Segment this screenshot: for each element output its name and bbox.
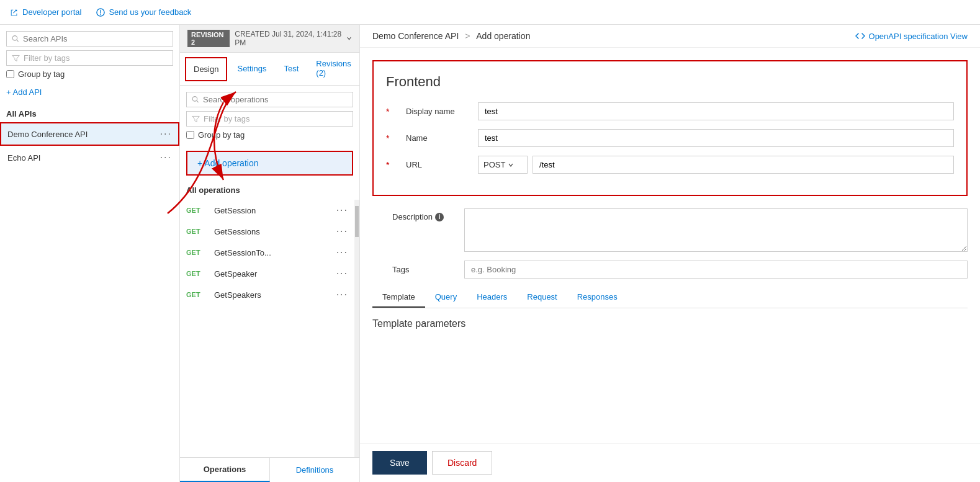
all-apis-label: All APIs <box>0 105 179 122</box>
revision-badge: REVISION 2 <box>187 30 230 47</box>
feedback-icon <box>96 8 105 17</box>
group-by-tag-label: Group by tag <box>18 69 65 79</box>
left-filter-row[interactable]: Filter by tags <box>6 50 173 66</box>
operation-menu-get-sessionto[interactable]: ··· <box>336 247 348 258</box>
save-button[interactable]: Save <box>372 451 427 475</box>
group-by-tag-checkbox[interactable] <box>6 70 14 78</box>
tab-design[interactable]: Design <box>185 57 227 81</box>
operation-get-session[interactable]: GET GetSession ··· <box>180 200 354 221</box>
center-filter-label: Filter by tags <box>204 114 249 123</box>
api-item-menu-echo[interactable]: ··· <box>160 152 172 163</box>
revision-bar: REVISION 2 CREATED Jul 31, 2024, 1:41:28… <box>180 25 359 53</box>
add-api-label: + Add API <box>6 87 42 97</box>
api-item-menu-demo[interactable]: ··· <box>160 128 172 140</box>
api-item-name: Demo Conference API <box>7 130 88 139</box>
external-link-icon <box>10 8 19 17</box>
add-operation-button[interactable]: + Add operation <box>186 151 353 176</box>
center-group-by-tag-checkbox[interactable] <box>186 131 194 139</box>
center-group-by-tag-row: Group by tag <box>186 130 353 140</box>
add-operation-label: + Add operation <box>197 158 258 168</box>
tags-input[interactable] <box>464 261 968 279</box>
scroll-thumb[interactable] <box>355 206 359 237</box>
action-bar: Save Discard <box>360 443 980 482</box>
revision-meta: CREATED Jul 31, 2024, 1:41:28 PM <box>235 30 352 47</box>
api-item-name-echo: Echo API <box>7 153 40 163</box>
operation-name-get-speakers: GetSpeakers <box>214 290 261 300</box>
form-area: Frontend * Display name * Name * URL <box>360 48 980 443</box>
search-apis-input[interactable] <box>23 34 168 43</box>
search-operations-input[interactable] <box>203 95 348 104</box>
template-params-title: Template parameters <box>372 318 968 329</box>
method-badge-get-sessionto: GET <box>186 249 208 256</box>
operation-menu-get-speakers[interactable]: ··· <box>336 289 348 300</box>
sub-tab-template[interactable]: Template <box>372 287 425 308</box>
operation-name-get-sessions: GetSessions <box>214 227 260 236</box>
bottom-tab-definitions[interactable]: Definitions <box>270 458 359 482</box>
display-name-row: * Display name <box>386 102 954 120</box>
svg-point-3 <box>192 97 197 102</box>
center-search-area: Filter by tags Group by tag <box>180 86 359 146</box>
filter-icon <box>12 54 20 62</box>
name-required: * <box>386 133 389 143</box>
search-icon <box>12 35 19 43</box>
tab-test[interactable]: Test <box>276 58 306 81</box>
operations-search-box[interactable] <box>186 92 353 107</box>
sub-tabs: Template Query Headers Request Responses <box>372 287 968 308</box>
operations-list: GET GetSession ··· GET GetSessions ··· G… <box>180 200 354 457</box>
url-path-input[interactable] <box>533 156 954 174</box>
bottom-tab-operations[interactable]: Operations <box>180 458 270 482</box>
breadcrumb-separator: > <box>465 31 472 41</box>
method-chevron-icon <box>508 162 514 168</box>
feedback-link[interactable]: Send us your feedback <box>96 7 191 17</box>
method-select[interactable]: POST <box>478 156 528 174</box>
center-filter-row[interactable]: Filter by tags <box>186 111 353 127</box>
api-item-echo[interactable]: Echo API ··· <box>0 146 179 169</box>
display-name-required: * <box>386 107 389 117</box>
url-row: * URL POST <box>386 156 954 174</box>
method-badge-get-sessions: GET <box>186 228 208 235</box>
chevron-down-icon[interactable] <box>346 35 352 42</box>
operation-get-speakers[interactable]: GET GetSpeakers ··· <box>180 284 354 305</box>
add-api-button[interactable]: + Add API <box>6 85 173 99</box>
description-label: Description i <box>392 208 454 221</box>
svg-line-2 <box>17 40 19 42</box>
operation-get-sessions[interactable]: GET GetSessions ··· <box>180 221 354 242</box>
center-group-by-tag-label: Group by tag <box>198 130 245 140</box>
scroll-bar[interactable] <box>354 200 359 457</box>
operation-menu-get-session[interactable]: ··· <box>336 205 348 216</box>
operation-menu-get-speaker[interactable]: ··· <box>336 268 348 279</box>
tags-label: Tags <box>392 265 454 274</box>
tab-revisions[interactable]: Revisions (2) <box>308 53 358 85</box>
left-sidebar: Filter by tags Group by tag + Add API Al… <box>0 25 180 482</box>
sub-tab-headers[interactable]: Headers <box>467 287 517 308</box>
breadcrumb: Demo Conference API > Add operation <box>372 31 530 41</box>
sub-tab-request[interactable]: Request <box>517 287 567 308</box>
name-input[interactable] <box>478 129 954 147</box>
developer-portal-label: Developer portal <box>22 7 81 17</box>
api-item-demo[interactable]: Demo Conference API ··· <box>0 122 179 146</box>
svg-point-1 <box>12 36 17 41</box>
all-operations-label: All operations <box>180 181 359 200</box>
tab-settings[interactable]: Settings <box>230 58 274 81</box>
operation-name-get-session: GetSession <box>214 206 256 215</box>
description-textarea[interactable] <box>464 208 968 252</box>
operation-get-session-to[interactable]: GET GetSessionTo... ··· <box>180 242 354 263</box>
openapi-link[interactable]: OpenAPI specification View <box>855 31 968 41</box>
description-info-icon: i <box>435 213 444 221</box>
frontend-section: Frontend * Display name * Name * URL <box>372 60 968 196</box>
feedback-label: Send us your feedback <box>109 7 191 17</box>
developer-portal-link[interactable]: Developer portal <box>10 7 81 17</box>
tabs-bar: Design Settings Test Revisions (2) Chang… <box>180 53 359 86</box>
breadcrumb-action: Add operation <box>476 31 530 41</box>
operation-menu-get-sessions[interactable]: ··· <box>336 226 348 237</box>
sub-tab-query[interactable]: Query <box>425 287 467 308</box>
bottom-tabs: Operations Definitions <box>180 457 359 482</box>
discard-button[interactable]: Discard <box>432 451 492 475</box>
method-value: POST <box>483 160 505 169</box>
display-name-input[interactable] <box>478 102 954 120</box>
url-input-group: POST <box>478 156 954 174</box>
left-search-box[interactable] <box>6 31 173 47</box>
operation-get-speaker[interactable]: GET GetSpeaker ··· <box>180 263 354 284</box>
sub-tab-responses[interactable]: Responses <box>567 287 627 308</box>
center-panel: REVISION 2 CREATED Jul 31, 2024, 1:41:28… <box>180 25 360 482</box>
